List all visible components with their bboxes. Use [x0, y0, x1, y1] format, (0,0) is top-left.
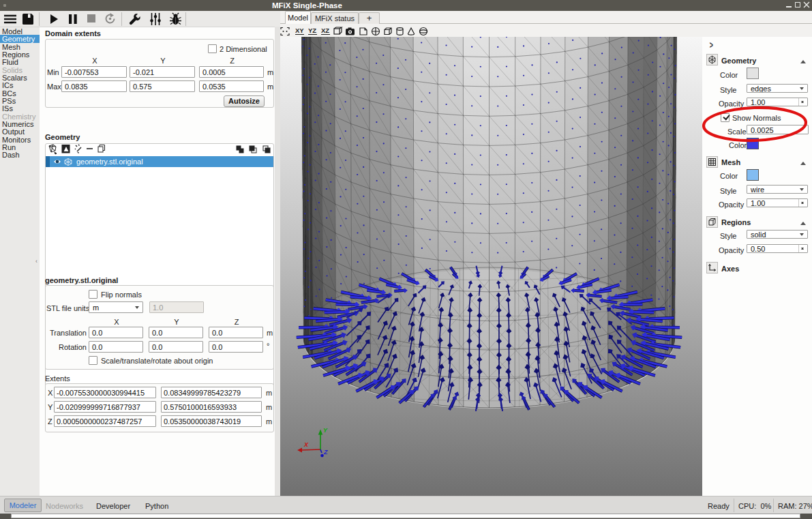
svg-text:XZ: XZ	[321, 27, 329, 34]
svg-text:X: X	[303, 441, 309, 448]
svg-text:Z: Z	[323, 449, 328, 456]
svg-text:YZ: YZ	[308, 27, 316, 34]
svg-text:XY: XY	[295, 27, 304, 34]
svg-text:Y: Y	[323, 427, 328, 434]
